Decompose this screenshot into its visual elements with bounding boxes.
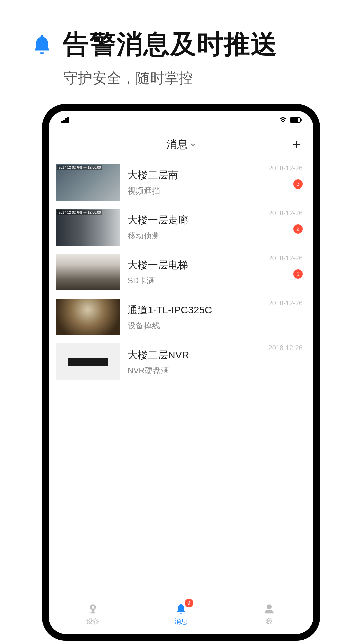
svg-point-1 [91,606,94,609]
message-thumbnail [56,343,120,380]
tab-label: 消息 [174,617,188,626]
message-thumbnail: 2017-12-02 星期一 12:00:00 [56,164,120,201]
thumbnail-timestamp: 2017-12-02 星期一 12:00:00 [57,165,102,170]
status-bar [49,111,313,129]
promo-title: 告警消息及时推送 [63,27,278,62]
message-thumbnail: 2017-12-02 星期一 12:00:00 [56,209,120,246]
message-thumbnail [56,299,120,335]
message-subtitle: NVR硬盘满 [128,365,306,376]
tab-bar: 设备 9 消息 我 [49,594,313,634]
message-date: 2018-12-26 [268,254,303,262]
chevron-down-icon [190,142,196,147]
signal-icon [61,117,69,123]
message-date: 2018-12-26 [268,344,303,352]
tab-badge: 9 [185,599,193,607]
header-title-dropdown[interactable]: 消息 [166,137,196,152]
promo-subtitle: 守护安全，随时掌控 [64,69,342,88]
app-header: 消息 + [49,129,313,160]
message-item[interactable]: 2017-12-02 星期一 12:00:00 大楼一层走廊 移动侦测 2018… [56,205,306,250]
message-item[interactable]: 大楼一层电梯 SD卡满 2018-12-26 1 [56,250,306,294]
message-date: 2018-12-26 [268,299,303,307]
message-item[interactable]: 大楼二层NVR NVR硬盘满 2018-12-26 [56,339,306,384]
phone-mockup: 消息 + 2017-12-02 星期一 12:00:00 大楼二层南 视频遮挡 … [42,104,320,641]
unread-badge: 2 [293,224,303,234]
person-icon [262,602,276,615]
tab-me[interactable]: 我 [225,594,313,634]
message-date: 2018-12-26 [268,164,303,172]
tab-label: 我 [266,617,273,626]
unread-badge: 1 [293,269,303,279]
tab-label: 设备 [86,617,100,626]
message-thumbnail [56,254,120,290]
unread-badge: 3 [293,179,303,189]
camera-icon [86,602,100,615]
phone-screen: 消息 + 2017-12-02 星期一 12:00:00 大楼二层南 视频遮挡 … [49,111,313,634]
message-subtitle: 设备掉线 [128,320,306,331]
message-date: 2018-12-26 [268,209,303,217]
tab-messages[interactable]: 9 消息 [137,594,225,634]
header-title-text: 消息 [166,137,188,152]
battery-icon [290,117,301,123]
promo-header: 告警消息及时推送 守护安全，随时掌控 [0,0,362,101]
svg-rect-3 [90,612,95,613]
nvr-device-icon [68,358,108,366]
svg-point-4 [267,604,272,609]
add-button[interactable]: + [292,137,301,152]
wifi-icon [279,117,287,123]
thumbnail-timestamp: 2017-12-02 星期一 12:00:00 [57,210,102,215]
message-list[interactable]: 2017-12-02 星期一 12:00:00 大楼二层南 视频遮挡 2018-… [49,160,313,594]
tab-devices[interactable]: 设备 [49,594,137,634]
bell-icon [30,33,54,56]
svg-rect-2 [92,610,94,612]
message-item[interactable]: 通道1·TL-IPC325C 设备掉线 2018-12-26 [56,294,306,339]
message-item[interactable]: 2017-12-02 星期一 12:00:00 大楼二层南 视频遮挡 2018-… [56,160,306,205]
